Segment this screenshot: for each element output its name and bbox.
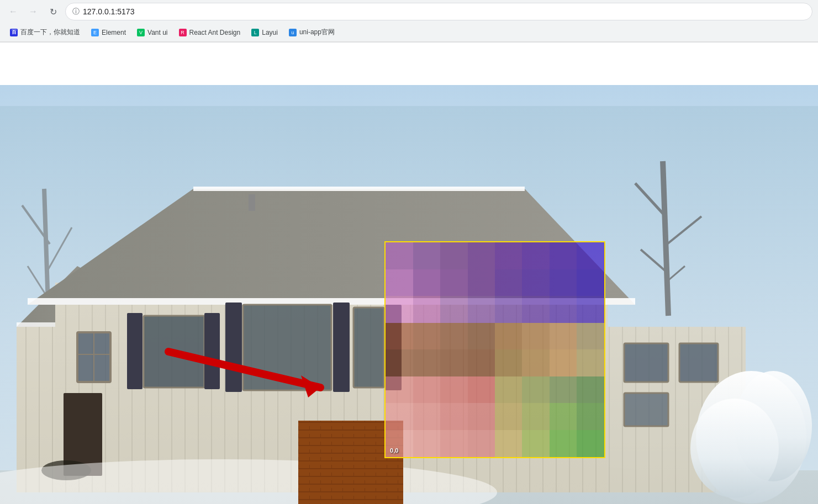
color-cell bbox=[386, 242, 413, 269]
bookmark-vant[interactable]: VVant ui bbox=[133, 27, 172, 38]
color-cell bbox=[495, 376, 522, 404]
color-cell bbox=[440, 403, 467, 430]
color-cell bbox=[468, 296, 495, 323]
color-cell bbox=[413, 376, 440, 404]
color-cell bbox=[468, 403, 495, 430]
color-cell bbox=[413, 269, 440, 296]
browser-topbar: ← → ↻ ⓘ 127.0.0.1:5173 bbox=[0, 0, 818, 23]
color-cell bbox=[550, 323, 577, 350]
color-cell bbox=[386, 376, 413, 404]
color-cell bbox=[495, 296, 522, 323]
color-cell bbox=[440, 323, 467, 350]
react-label: React Ant Design bbox=[189, 29, 241, 36]
element-icon: E bbox=[91, 29, 99, 36]
back-button[interactable]: ← bbox=[6, 4, 21, 19]
forward-button[interactable]: → bbox=[25, 4, 41, 19]
color-cell bbox=[495, 430, 522, 457]
color-cell bbox=[413, 430, 440, 457]
bookmark-element[interactable]: EElement bbox=[87, 27, 130, 38]
color-cell bbox=[413, 242, 440, 269]
svg-rect-40 bbox=[225, 303, 242, 392]
color-cell bbox=[440, 296, 467, 323]
color-cell bbox=[440, 269, 467, 296]
bookmark-layui[interactable]: LLayui bbox=[247, 27, 282, 38]
reload-button[interactable]: ↻ bbox=[45, 4, 61, 19]
vant-icon: V bbox=[137, 29, 145, 36]
color-cell bbox=[577, 430, 604, 457]
bookmarks-bar: 百百度一下，你就知道EElementVVant uiRReact Ant Des… bbox=[0, 23, 818, 42]
svg-point-57 bbox=[690, 399, 779, 498]
color-cell bbox=[550, 269, 577, 296]
color-cell bbox=[495, 323, 522, 350]
address-text: 127.0.0.1:5173 bbox=[83, 7, 805, 16]
svg-rect-53 bbox=[679, 343, 718, 382]
color-cell bbox=[413, 296, 440, 323]
svg-rect-51 bbox=[624, 393, 668, 426]
color-cell bbox=[495, 242, 522, 269]
color-cell bbox=[468, 376, 495, 404]
color-cell bbox=[495, 269, 522, 296]
baidu-icon: 百 bbox=[10, 29, 18, 36]
color-cell bbox=[468, 349, 495, 376]
svg-rect-36 bbox=[127, 313, 143, 389]
color-cell bbox=[386, 296, 413, 323]
color-cell bbox=[522, 349, 549, 376]
bookmark-baidu[interactable]: 百百度一下，你就知道 bbox=[6, 26, 85, 39]
svg-rect-42 bbox=[353, 307, 384, 388]
color-cell bbox=[550, 403, 577, 430]
color-cell bbox=[522, 242, 549, 269]
color-cell bbox=[495, 403, 522, 430]
color-cell bbox=[522, 403, 549, 430]
overlay-label: 0,0 bbox=[390, 447, 398, 454]
address-bar[interactable]: ⓘ 127.0.0.1:5173 bbox=[65, 3, 812, 20]
color-cell bbox=[550, 376, 577, 404]
color-cell bbox=[468, 242, 495, 269]
color-grid bbox=[386, 242, 604, 457]
color-cell bbox=[386, 323, 413, 350]
bookmark-uni[interactable]: uuni-app官网 bbox=[284, 26, 339, 39]
color-cell bbox=[550, 430, 577, 457]
color-cell bbox=[550, 242, 577, 269]
uni-label: uni-app官网 bbox=[299, 28, 335, 37]
color-cell bbox=[440, 242, 467, 269]
color-cell bbox=[522, 376, 549, 404]
color-cell bbox=[468, 269, 495, 296]
color-cell bbox=[550, 349, 577, 376]
bookmark-react[interactable]: RReact Ant Design bbox=[175, 27, 245, 38]
color-cell bbox=[550, 296, 577, 323]
layui-icon: L bbox=[251, 29, 259, 36]
color-cell bbox=[577, 376, 604, 404]
color-cell bbox=[577, 269, 604, 296]
color-cell bbox=[577, 349, 604, 376]
color-cell bbox=[386, 349, 413, 376]
page-content: 0,0 CSDN @耿珒 bbox=[0, 85, 818, 504]
color-cell bbox=[413, 403, 440, 430]
svg-rect-41 bbox=[333, 303, 350, 392]
color-cell bbox=[413, 349, 440, 376]
color-cell bbox=[577, 323, 604, 350]
color-cell bbox=[522, 323, 549, 350]
color-cell bbox=[577, 296, 604, 323]
layui-label: Layui bbox=[262, 29, 278, 36]
color-cell bbox=[440, 376, 467, 404]
color-cell bbox=[495, 349, 522, 376]
baidu-label: 百度一下，你就知道 bbox=[20, 28, 80, 37]
color-cell bbox=[522, 269, 549, 296]
color-cell bbox=[413, 323, 440, 350]
color-cell bbox=[522, 430, 549, 457]
overlay-panel: 0,0 bbox=[384, 241, 605, 458]
color-cell bbox=[577, 403, 604, 430]
vant-label: Vant ui bbox=[147, 29, 167, 36]
svg-rect-49 bbox=[624, 343, 668, 382]
color-cell bbox=[468, 430, 495, 457]
react-icon: R bbox=[179, 29, 187, 36]
color-cell bbox=[468, 323, 495, 350]
background-scene: 0,0 CSDN @耿珒 bbox=[0, 85, 818, 504]
svg-rect-37 bbox=[204, 313, 220, 389]
browser-chrome: ← → ↻ ⓘ 127.0.0.1:5173 百百度一下，你就知道EElemen… bbox=[0, 0, 818, 43]
svg-rect-29 bbox=[249, 194, 255, 211]
lock-icon: ⓘ bbox=[72, 7, 80, 17]
color-cell bbox=[522, 296, 549, 323]
element-label: Element bbox=[102, 29, 126, 36]
color-cell bbox=[386, 403, 413, 430]
